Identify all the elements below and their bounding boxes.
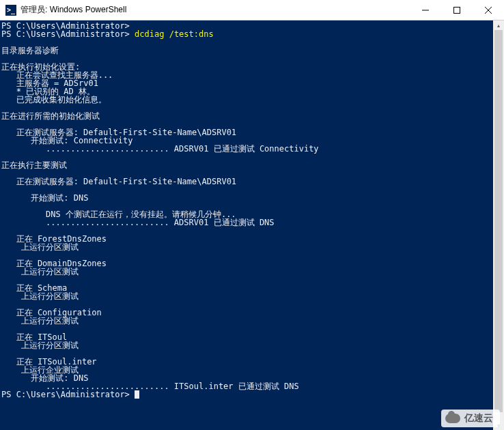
- output-line: 正在进行所需的初始化测试: [1, 111, 100, 121]
- command-text: dcdiag /test:dns: [135, 29, 214, 39]
- close-button[interactable]: [473, 0, 504, 20]
- output-line: 上运行分区测试: [1, 341, 79, 350]
- output-line: 开始测试: DNS: [1, 193, 88, 203]
- cloud-icon: [445, 414, 460, 423]
- console-area[interactable]: PS C:\Users\Administrator> PS C:\Users\A…: [0, 20, 504, 430]
- output-line: ......................... ADSRV01 已通过测试 …: [1, 218, 275, 227]
- vertical-scrollbar[interactable]: ▴ ▾: [493, 20, 504, 430]
- watermark: 亿速云: [441, 410, 500, 427]
- svg-rect-1: [454, 7, 460, 13]
- output-line: 上运行分区测试: [1, 242, 79, 252]
- output-line: 上运行分区测试: [1, 267, 79, 276]
- powershell-icon: >_: [5, 5, 16, 16]
- titlebar[interactable]: >_ 管理员: Windows PowerShell: [0, 0, 504, 20]
- scrollbar-thumb[interactable]: [494, 30, 503, 412]
- scroll-up-arrow-icon[interactable]: ▴: [493, 20, 504, 30]
- minimize-button[interactable]: [410, 0, 441, 20]
- output-line: 上运行分区测试: [1, 316, 79, 326]
- output-line: 目录服务器诊断: [1, 46, 59, 55]
- maximize-button[interactable]: [441, 0, 473, 20]
- watermark-text: 亿速云: [464, 412, 493, 425]
- cursor: [135, 390, 139, 399]
- output-line: 上运行分区测试: [1, 291, 79, 301]
- prompt: PS C:\Users\Administrator>: [1, 390, 130, 399]
- window-title: 管理员: Windows PowerShell: [20, 4, 126, 16]
- window: >_ 管理员: Windows PowerShell PS C:\Users\A…: [0, 0, 504, 430]
- output-line: ......................... ADSRV01 已通过测试 …: [1, 144, 319, 154]
- output-line: 正在测试服务器: Default-First-Site-Name\ADSRV01: [1, 177, 236, 186]
- prompt: PS C:\Users\Administrator>: [1, 29, 130, 39]
- output-line: 正在执行主要测试: [1, 160, 67, 170]
- output-line: 已完成收集初始化信息。: [1, 95, 107, 104]
